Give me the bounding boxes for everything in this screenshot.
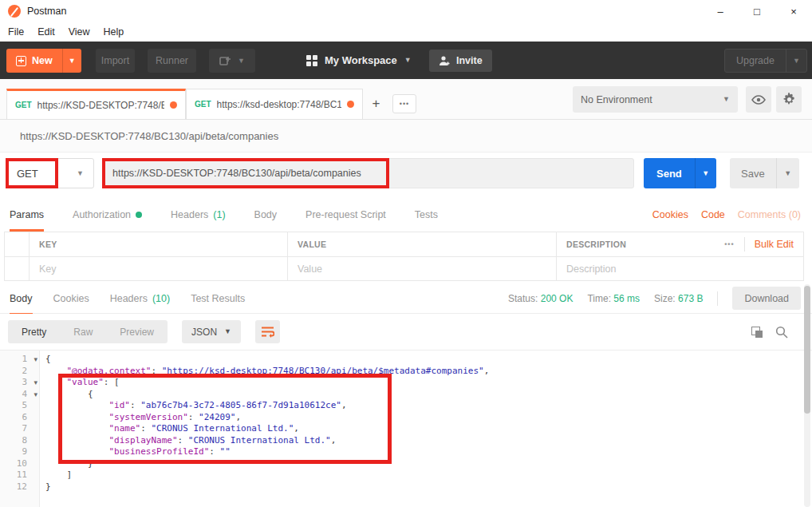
fold-caret-icon[interactable]: ▾ [34,354,37,366]
code-line: ] [45,469,812,481]
open-tab-2[interactable]: GET https://ksd-desktop:7748/BC130. [186,89,363,119]
tab-label: Authorization [73,209,131,220]
new-dropdown-caret[interactable]: ▼ [62,49,81,73]
status-value: 200 OK [541,293,574,304]
menu-help[interactable]: Help [104,26,124,38]
download-button[interactable]: Download [732,287,801,310]
fold-caret-icon[interactable]: ▾ [34,389,37,401]
line-number: 4▾ [0,389,39,401]
scrollbar-thumb[interactable] [804,286,810,414]
value-input[interactable]: Value [288,257,557,280]
save-button[interactable]: Save ▼ [730,158,799,188]
minimize-button[interactable]: – [702,0,739,22]
line-number: 12 [0,481,39,493]
value-column-header: VALUE [288,232,557,256]
send-button[interactable]: Send ▼ [644,158,716,188]
tab-options-button[interactable]: ••• [392,94,416,113]
search-icon[interactable] [775,326,788,339]
tab-label: Test Results [191,293,245,304]
workspace-caret-icon: ▼ [404,57,412,64]
request-tab-authorization[interactable]: Authorization [73,198,142,232]
fold-caret-icon[interactable]: ▾ [34,377,37,389]
auth-status-dot-icon [136,212,142,218]
code-line: "name": "CRONUS International Ltd.", [45,423,812,435]
line-number: 10 [0,458,39,470]
tab1-title: https://KSD-DESKTOP:7748/BC13 [37,100,164,111]
response-header: BodyCookiesHeaders(10)Test Results Statu… [0,283,812,314]
new-window-button[interactable]: ▼ [209,49,255,73]
code-line: "businessProfileId": "" [45,446,812,458]
copy-icon[interactable] [751,327,763,338]
bulk-edit-link[interactable]: Bulk Edit [755,239,794,250]
environment-quick-look-button[interactable] [746,86,771,113]
menu-file[interactable]: File [8,26,24,38]
send-dropdown-caret[interactable]: ▼ [695,158,716,188]
workspace-switcher[interactable]: My Workspace ▼ [306,42,412,79]
import-button[interactable]: Import [96,49,135,73]
open-tab-1[interactable]: GET https://KSD-DESKTOP:7748/BC13 [6,89,186,119]
upgrade-dropdown-caret[interactable]: ▼ [786,50,806,72]
view-mode-raw[interactable]: Raw [60,320,106,343]
request-tab-tests[interactable]: Tests [415,198,438,232]
request-tab-headers[interactable]: Headers(1) [171,198,226,232]
response-body-editor[interactable]: 1▾23▾4▾56789101112 { "@odata.context": "… [0,350,812,507]
tab-label: Body [254,209,278,220]
save-label: Save [730,158,776,188]
upgrade-button[interactable]: Upgrade ▼ [724,49,807,73]
response-tab-test-results[interactable]: Test Results [191,282,245,315]
params-input-row: Key Value Description [4,256,804,281]
method-select[interactable]: GET ▼ [6,158,94,188]
send-label: Send [644,158,695,188]
tab2-title: https://ksd-desktop:7748/BC130. [217,99,341,110]
request-tab-pre-request-script[interactable]: Pre-request Script [305,198,386,232]
chevron-down-icon: ▼ [224,328,231,335]
runner-button[interactable]: Runner [148,49,196,73]
menu-bar: File Edit View Help [0,22,812,42]
upgrade-label: Upgrade [725,50,786,72]
code-gutter: 1▾23▾4▾56789101112 [0,351,40,507]
environment-settings-button[interactable] [776,86,802,113]
row-handle-cell[interactable] [5,257,30,280]
view-mode-preview[interactable]: Preview [106,320,168,343]
request-links: Cookies Code Comments (0) [652,209,812,220]
wrap-text-icon [261,326,274,338]
line-number: 7 [0,423,39,435]
maximize-button[interactable]: □ [739,0,775,22]
new-button[interactable]: New ▼ [6,49,81,73]
tab1-method: GET [15,101,32,109]
request-tab-body[interactable]: Body [254,198,278,232]
code-line: "value": [ [45,377,812,389]
tab-count: (10) [152,293,170,304]
description-input[interactable]: Description [557,257,803,280]
cookies-link[interactable]: Cookies [652,209,688,220]
url-input[interactable]: https://KSD-DESKTOP:7748/BC130/api/beta/… [102,158,634,188]
params-more-button[interactable]: ••• [724,240,734,248]
response-tab-body[interactable]: Body [10,282,33,315]
close-button[interactable]: × [775,0,812,22]
response-tab-headers[interactable]: Headers(10) [110,282,170,315]
unsaved-dot-icon [170,101,177,109]
request-name: https://KSD-DESKTOP:7748/BC130/api/beta/… [0,120,812,152]
format-select[interactable]: JSON ▼ [182,320,241,343]
request-tab-params[interactable]: Params [10,198,44,232]
invite-label: Invite [456,55,483,66]
menu-edit[interactable]: Edit [37,26,55,38]
description-header-label: DESCRIPTION [566,240,626,249]
new-tab-button[interactable]: + [365,89,387,119]
tab2-method: GET [195,100,211,109]
workspace-label: My Workspace [325,54,397,66]
invite-button[interactable]: Invite [429,50,492,72]
menu-view[interactable]: View [69,26,90,38]
view-mode-pretty[interactable]: Pretty [8,320,60,343]
comments-link[interactable]: Comments (0) [738,209,801,220]
code-link[interactable]: Code [701,209,725,220]
tab-label: Params [10,209,44,220]
save-dropdown-caret[interactable]: ▼ [776,158,799,188]
response-toolbar: PrettyRawPreview JSON ▼ [0,314,812,350]
environment-selector[interactable]: No Environment ▼ [573,86,738,113]
line-number: 3▾ [0,377,39,389]
key-input[interactable]: Key [30,257,288,280]
wrap-text-button[interactable] [255,320,280,343]
response-tab-cookies[interactable]: Cookies [53,282,89,315]
window-plus-icon [219,55,231,67]
